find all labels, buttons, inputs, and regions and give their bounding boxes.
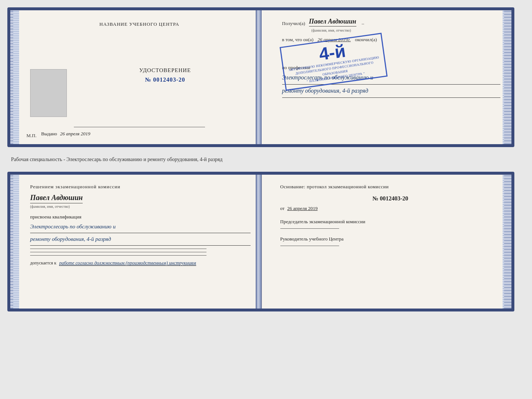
blank-line-3: [30, 255, 206, 256]
inner-left-texture: [13, 10, 19, 144]
decision-title: Решением экзаменационной комиссии: [30, 184, 251, 190]
mp-label: М.П.: [26, 133, 36, 139]
director-label: Руководитель учебного Центра: [280, 236, 501, 242]
received-name: Павел Авдюшин: [309, 18, 356, 26]
cert-number: № 0012403-20: [139, 76, 191, 83]
qual-line2: ремонту оборудования, 4-й разряд: [30, 234, 251, 246]
chairman-label: Председатель экзаменационной комиссии: [280, 219, 501, 225]
bottom-left-panel: Решением экзаменационной комиссии Павел …: [19, 175, 262, 309]
qual-line1: Электрослесарь по обслуживанию и: [30, 222, 251, 233]
right-binding-texture: [504, 10, 511, 144]
protocol-date-label: от: [280, 206, 285, 211]
allowed-line: допускается к работе согласно должностны…: [30, 260, 251, 266]
basis-label: Основание: протокол экзаменационной коми…: [280, 184, 501, 190]
in-that-label: в том, что он(а): [282, 37, 314, 42]
fio-hint-bottom: (фамилия, имя, отчество): [30, 204, 251, 209]
blank-line-1: [30, 249, 206, 249]
protocol-date: 26 апреля 2019: [287, 206, 318, 211]
cert-left-panel: НАЗВАНИЕ УЧЕБНОГО ЦЕНТРА УДОСТОВЕРЕНИЕ №…: [19, 10, 260, 144]
blank-line-2: [30, 252, 206, 252]
profession-line2: ремонту оборудования, 4-й разряд: [282, 86, 501, 98]
protocol-number: № 0012403-20: [280, 195, 501, 202]
issued-date: 26 апреля 2019: [60, 131, 90, 136]
received-label: Получил(а): [282, 21, 305, 26]
chairman-signature-line: [280, 228, 339, 229]
received-line: Получил(а) Павел Авдюшин –: [282, 18, 501, 26]
bottom-inner-left: [13, 175, 19, 309]
middle-description: Рабочая специальность - Электрослесарь п…: [7, 154, 525, 165]
training-center-title: НАЗВАНИЕ УЧЕБНОГО ЦЕНТРА: [100, 21, 179, 27]
top-certificate: НАЗВАНИЕ УЧЕБНОГО ЦЕНТРА УДОСТОВЕРЕНИЕ №…: [7, 7, 514, 147]
cert-right-panel: Получил(а) Павел Авдюшин – (фамилия, имя…: [267, 10, 512, 144]
fio-hint-top: (фамилия, имя, отчество): [312, 28, 501, 32]
assigned-label: присвоена квалификация: [30, 214, 251, 220]
allowed-label: допускается к: [30, 260, 56, 266]
photo-placeholder: [30, 69, 67, 117]
bottom-certificate: Решением экзаменационной комиссии Павел …: [7, 172, 514, 311]
director-signature-line: [280, 246, 339, 246]
bottom-right-binding: [504, 175, 511, 309]
protocol-date-line: от 26 апреля 2019: [280, 206, 501, 211]
allowed-text: работе согласно должностным (производств…: [59, 260, 196, 266]
issued-label: Выдано: [41, 131, 57, 136]
bottom-right-panel: Основание: протокол экзаменационной коми…: [269, 175, 512, 309]
cert-label: УДОСТОВЕРЕНИЕ: [139, 67, 191, 74]
person-name-bottom: Павел Авдюшин: [30, 193, 83, 203]
